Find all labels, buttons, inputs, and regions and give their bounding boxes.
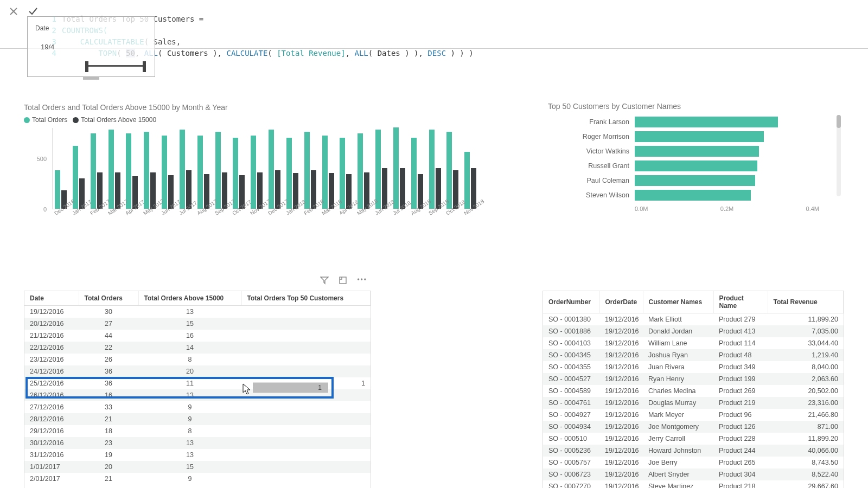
table-row[interactable]: 21/12/20164416 bbox=[24, 330, 371, 342]
column-header[interactable]: Total Orders Above 15000 bbox=[138, 291, 241, 306]
filter-icon[interactable] bbox=[320, 276, 329, 286]
table-row[interactable]: SO - 000138019/12/2016Mark ElliottProduc… bbox=[543, 313, 844, 325]
table-row[interactable]: SO - 000523619/12/2016Howard JohnstonPro… bbox=[543, 445, 844, 457]
order-details-table[interactable]: OrderNumberOrderDateCustomer NamesProduc… bbox=[542, 291, 844, 488]
date-slicer[interactable]: Date 19/4 bbox=[27, 16, 155, 77]
table-row[interactable]: SO - 000410319/12/2016William LaneProduc… bbox=[543, 337, 844, 349]
table-row[interactable]: 25/12/201636111 bbox=[24, 377, 371, 389]
column-header[interactable]: Total Orders bbox=[79, 291, 138, 306]
table-row[interactable]: SO - 000188619/12/2016Donald JordanProdu… bbox=[543, 325, 844, 337]
table-row[interactable]: SO - 000458919/12/2016Charles MedinaProd… bbox=[543, 385, 844, 397]
table-row[interactable]: 1/01/20172015 bbox=[24, 461, 371, 473]
slicer-track[interactable] bbox=[82, 61, 149, 70]
column-header[interactable]: Total Revenue bbox=[768, 291, 844, 313]
monthly-orders-chart[interactable]: Total Orders and Total Orders Above 1500… bbox=[24, 103, 490, 226]
table-row[interactable]: SO - 000727019/12/2016Steve MartinezProd… bbox=[543, 480, 844, 488]
customer-bar[interactable]: Frank Larson bbox=[548, 115, 841, 129]
table-row[interactable]: 27/12/2016339 bbox=[24, 401, 371, 413]
table-row[interactable]: SO - 000672319/12/2016Albert SnyderProdu… bbox=[543, 468, 844, 480]
table-row[interactable]: 24/12/20163620 bbox=[24, 365, 371, 377]
chart-legend: Total Orders Total Orders Above 15000 bbox=[24, 116, 490, 124]
customer-bar[interactable]: Victor Watkins bbox=[548, 144, 841, 158]
chart-title: Top 50 Customers by Customer Names bbox=[548, 102, 841, 111]
svg-rect-0 bbox=[340, 277, 346, 284]
cancel-icon[interactable] bbox=[8, 5, 20, 17]
slicer-label: Date bbox=[35, 24, 49, 32]
table-row[interactable]: 30/12/20162313 bbox=[24, 437, 371, 449]
table-row[interactable]: SO - 000452719/12/2016Ryan HenryProduct … bbox=[543, 373, 844, 385]
table-row[interactable]: 20/12/20162715 bbox=[24, 318, 371, 330]
table-row[interactable]: 23/12/2016268 bbox=[24, 354, 371, 365]
column-header[interactable]: OrderDate bbox=[599, 291, 643, 313]
column-header[interactable]: Date bbox=[24, 291, 79, 306]
table-row[interactable]: SO - 000434519/12/2016Joshua RyanProduct… bbox=[543, 349, 844, 361]
table-row[interactable]: SO - 000435519/12/2016Juan RiveraProduct… bbox=[543, 361, 844, 373]
table-row[interactable]: 2/01/2017219 bbox=[24, 473, 371, 485]
table-row[interactable]: SO - 000493419/12/2016Joe MontgomeryProd… bbox=[543, 421, 844, 433]
table-row[interactable]: 19/12/20163013 bbox=[24, 306, 371, 318]
table-row[interactable]: 31/12/20161913 bbox=[24, 449, 371, 461]
orders-by-date-table[interactable]: ••• DateTotal OrdersTotal Orders Above 1… bbox=[24, 291, 371, 488]
slicer-value: 19/4 bbox=[41, 43, 54, 51]
top-customers-chart[interactable]: Top 50 Customers by Customer Names Frank… bbox=[548, 102, 841, 223]
column-header[interactable]: Total Orders Top 50 Customers bbox=[241, 291, 371, 306]
table-row[interactable]: SO - 000476119/12/2016Douglas MurrayProd… bbox=[543, 397, 844, 409]
table-row[interactable]: 22/12/20162214 bbox=[24, 342, 371, 354]
customer-bar[interactable]: Paul Coleman bbox=[548, 174, 841, 188]
column-header[interactable]: Product Name bbox=[713, 291, 768, 313]
chart-title: Total Orders and Total Orders Above 1500… bbox=[24, 103, 490, 112]
table-row[interactable]: SO - 000575719/12/2016Joe BerryProduct 2… bbox=[543, 457, 844, 468]
customer-bar[interactable]: Roger Morrison bbox=[548, 130, 841, 144]
chart-scrollbar[interactable] bbox=[837, 115, 841, 196]
table-row[interactable]: SO - 000492719/12/2016Mark MeyerProduct … bbox=[543, 409, 844, 421]
column-header[interactable]: OrderNumber bbox=[543, 291, 599, 313]
table-row[interactable]: 28/12/2016219 bbox=[24, 413, 371, 425]
more-options-icon[interactable]: ••• bbox=[357, 276, 367, 286]
table-row[interactable]: 26/12/20161613 bbox=[24, 389, 371, 401]
table-row[interactable]: 29/12/2016188 bbox=[24, 425, 371, 437]
customer-bar[interactable]: Russell Grant bbox=[548, 159, 841, 173]
resize-handle[interactable] bbox=[83, 77, 99, 80]
table-row[interactable]: SO - 00051019/12/2016Jerry CarrollProduc… bbox=[543, 433, 844, 445]
customer-bar[interactable]: Steven Wilson bbox=[548, 188, 841, 202]
focus-mode-icon[interactable] bbox=[339, 276, 347, 286]
commit-icon[interactable] bbox=[27, 5, 39, 17]
column-header[interactable]: Customer Names bbox=[643, 291, 713, 313]
